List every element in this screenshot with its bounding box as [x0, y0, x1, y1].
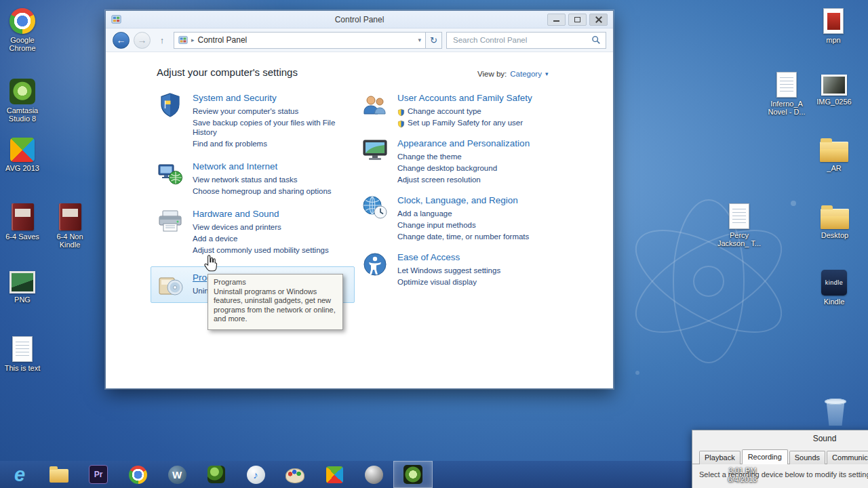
- category-task-row: Change date, time, or number formats: [397, 232, 559, 241]
- users-icon[interactable]: [361, 92, 389, 119]
- category-link-appearance-and-personalization[interactable]: Appearance and Personalization: [397, 138, 559, 148]
- appearance-icon[interactable]: [361, 137, 389, 164]
- up-button[interactable]: ↑: [155, 32, 170, 48]
- desktop-icon-label: IMG_0256: [816, 98, 851, 106]
- forward-button[interactable]: →: [134, 32, 151, 49]
- hardware-icon[interactable]: [157, 207, 184, 235]
- desktop-icon-img-0256[interactable]: IMG_0256: [810, 75, 859, 106]
- page-icon: [12, 336, 33, 362]
- taskbar-item-file-explorer[interactable]: [39, 461, 79, 488]
- desktop-icon-percy-jackson-t[interactable]: Percy Jackson_ T...: [715, 203, 764, 247]
- taskbar-item-gray-orb[interactable]: [354, 461, 393, 488]
- category-link-network-and-internet[interactable]: Network and Internet: [193, 161, 336, 171]
- control-panel-window: Control Panel ← → ↑ ▸ Control Panel ▾: [105, 10, 614, 389]
- sound-tab-recording[interactable]: Recording: [742, 449, 788, 464]
- task-link-add-a-device[interactable]: Add a device: [193, 234, 238, 243]
- desktop-icon-this-is-text[interactable]: This is text: [0, 336, 47, 372]
- shield-icon[interactable]: [157, 92, 184, 119]
- task-link-add-a-language[interactable]: Add a language: [397, 209, 452, 218]
- task-link-let-windows-suggest-settings[interactable]: Let Windows suggest settings: [397, 266, 500, 275]
- task-link-review-your-computer-s-status[interactable]: Review your computer's status: [193, 106, 298, 116]
- breadcrumb[interactable]: Control Panel: [198, 35, 248, 45]
- desktop-icon-inferno-a-novel-d[interactable]: Inferno_A Novel - D...: [762, 72, 811, 116]
- taskbar-item-chrome[interactable]: [118, 461, 157, 488]
- clock-icon[interactable]: [361, 194, 389, 221]
- chrome-icon: [129, 466, 147, 484]
- category-body: Network and InternetView network status …: [193, 160, 336, 198]
- category-link-system-and-security[interactable]: System and Security: [193, 93, 336, 103]
- desktop-icon-png[interactable]: PNG: [0, 271, 47, 304]
- task-link-change-desktop-background[interactable]: Change desktop background: [397, 163, 497, 173]
- tray-clock[interactable]: 3:01 PM 6/4/2013: [717, 466, 768, 484]
- maximize-button[interactable]: [568, 14, 587, 26]
- task-link-view-devices-and-printers[interactable]: View devices and printers: [193, 222, 281, 232]
- sound-tab-communications[interactable]: Communications: [827, 451, 868, 464]
- taskbar-item-green-app[interactable]: [197, 461, 236, 488]
- address-dropdown-icon[interactable]: ▾: [418, 37, 421, 43]
- view-by-dropdown[interactable]: Category: [510, 70, 542, 78]
- category-task-row: Let Windows suggest settings: [397, 266, 559, 275]
- task-link-change-the-theme[interactable]: Change the theme: [397, 152, 462, 161]
- taskbar-item-paint[interactable]: [275, 461, 315, 488]
- taskbar-item-internet-explorer[interactable]: e: [0, 461, 39, 488]
- sound-tab-playback[interactable]: Playback: [699, 451, 741, 464]
- desktop-icon-camtasia-studio-8[interactable]: Camtasia Studio 8: [0, 79, 47, 123]
- taskbar-item-wordpress[interactable]: W: [157, 461, 197, 488]
- task-link-save-backup-copies-of-your-files-with-file-history[interactable]: Save backup copies of your files with Fi…: [193, 118, 336, 137]
- category-link-hardware-and-sound[interactable]: Hardware and Sound: [193, 209, 336, 219]
- view-by-dropdown-icon[interactable]: ▾: [545, 70, 549, 77]
- category-link-clock-language-and-region[interactable]: Clock, Language, and Region: [397, 195, 559, 205]
- category-link-user-accounts-and-family-safety[interactable]: User Accounts and Family Safety: [397, 93, 559, 103]
- address-bar[interactable]: ▸ Control Panel ▾: [174, 32, 426, 49]
- folder-icon: [820, 142, 848, 162]
- category-user-accounts-and-family-safety: User Accounts and Family SafetyChange ac…: [361, 92, 599, 129]
- task-link-change-date-time-or-number-formats[interactable]: Change date, time, or number formats: [397, 232, 529, 241]
- desktop-icon-google-chrome[interactable]: Google Chrome: [0, 8, 47, 52]
- desktop-icon-recycle-bin[interactable]: [811, 397, 860, 426]
- taskbar-item-premiere-pro[interactable]: Pr: [79, 461, 118, 488]
- programs-icon[interactable]: [157, 271, 184, 298]
- task-link-adjust-commonly-used-mobility-settings[interactable]: Adjust commonly used mobility settings: [193, 245, 329, 255]
- sound-window-title[interactable]: Sound: [692, 430, 868, 447]
- task-link-view-network-status-and-tasks[interactable]: View network status and tasks: [193, 175, 297, 184]
- category-task-row: Add a language: [397, 209, 559, 218]
- search-input[interactable]: [452, 35, 591, 45]
- taskbar-item-avg[interactable]: [315, 461, 354, 488]
- minimize-button[interactable]: [547, 14, 566, 26]
- task-link-adjust-screen-resolution[interactable]: Adjust screen resolution: [397, 175, 481, 184]
- task-link-choose-homegroup-and-sharing-options[interactable]: Choose homegroup and sharing options: [193, 186, 332, 196]
- search-box[interactable]: [446, 32, 606, 49]
- desktop-icon-ar[interactable]: _AR: [810, 136, 859, 172]
- category-task-row: Change the theme: [397, 152, 559, 161]
- network-icon[interactable]: [157, 160, 184, 187]
- task-link-change-account-type[interactable]: Change account type: [408, 106, 481, 116]
- close-button[interactable]: [589, 14, 608, 26]
- desktop-icon-kindle[interactable]: kindleKindle: [810, 270, 859, 306]
- internet-explorer-icon: e: [14, 465, 25, 484]
- category-link-ease-of-access[interactable]: Ease of Access: [397, 252, 559, 262]
- category-task-row: Add a device: [193, 234, 336, 243]
- sound-tab-sounds[interactable]: Sounds: [789, 451, 825, 464]
- refresh-button[interactable]: ↻: [426, 32, 442, 49]
- programs-tooltip: Programs Uninstall programs or Windows f…: [208, 274, 343, 330]
- desktop-icon-avg-2013[interactable]: AVG 2013: [0, 138, 47, 172]
- paint-icon: [285, 468, 304, 483]
- avg-icon: [326, 466, 343, 483]
- title-bar[interactable]: Control Panel: [106, 11, 613, 28]
- desktop-icon-6-4-saves[interactable]: 6-4 Saves: [0, 203, 47, 241]
- back-button[interactable]: ←: [113, 32, 130, 49]
- task-link-change-input-methods[interactable]: Change input methods: [397, 220, 476, 230]
- ease-icon[interactable]: [361, 251, 389, 278]
- navigation-bar: ← → ↑ ▸ Control Panel ▾ ↻: [106, 28, 613, 52]
- desktop-icon-mpn[interactable]: mpn: [809, 8, 858, 44]
- task-link-optimize-visual-display[interactable]: Optimize visual display: [397, 277, 477, 287]
- taskbar-item-camtasia[interactable]: [393, 461, 433, 488]
- gray-orb-icon: [365, 466, 383, 484]
- taskbar-item-music-player[interactable]: ♪: [236, 461, 275, 488]
- desktop-icon-desktop[interactable]: Desktop: [810, 203, 859, 239]
- category-appearance-and-personalization: Appearance and PersonalizationChange the…: [361, 137, 599, 186]
- task-link-set-up-family-safety-for-any-user[interactable]: Set up Family Safety for any user: [408, 118, 523, 127]
- search-icon[interactable]: [591, 35, 601, 45]
- task-link-find-and-fix-problems[interactable]: Find and fix problems: [193, 139, 267, 148]
- desktop-icon-6-4-non-kindle[interactable]: 6-4 Non Kindle: [45, 203, 94, 249]
